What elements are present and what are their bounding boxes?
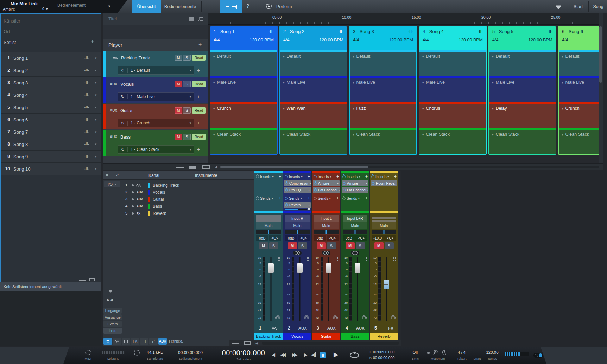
group-icon[interactable] [362, 315, 367, 319]
send-slot[interactable]: Reverb▾ [284, 202, 311, 208]
loop-icon[interactable] [349, 352, 360, 359]
power-icon[interactable] [343, 189, 346, 192]
pan-control[interactable] [256, 230, 281, 234]
collapse-down-icon[interactable] [108, 290, 113, 293]
power-icon[interactable] [314, 189, 317, 192]
power-icon[interactable] [285, 182, 288, 185]
mute-button[interactable]: M [317, 242, 326, 249]
channel-list-row[interactable]: 3AUXGuitar [120, 196, 190, 203]
power-icon[interactable] [342, 175, 346, 178]
options-dots-icon[interactable] [365, 257, 365, 258]
solo-button[interactable]: S [385, 242, 394, 249]
lane-backing-track[interactable]: ▾Default [489, 50, 556, 76]
solo-button[interactable]: S [183, 107, 191, 114]
monitor-toggle[interactable] [533, 353, 543, 358]
power-icon[interactable] [256, 197, 259, 200]
song-column-6[interactable]: 6 - Song 6-II- 4/4120.00 BPM ▾Default ▾M… [558, 26, 603, 155]
input-select[interactable]: Input L+R [343, 215, 367, 222]
preset-dropdown[interactable]: ↻ 1 - Crunch ▼ [118, 119, 194, 127]
vertical-scrollbar[interactable] [599, 13, 603, 163]
power-icon[interactable] [314, 182, 317, 185]
power-icon[interactable] [371, 175, 374, 178]
group-icon[interactable] [333, 315, 338, 319]
title-field[interactable]: Titel [103, 13, 208, 25]
key-value[interactable]: - [471, 350, 482, 355]
mute-button[interactable]: M [374, 242, 384, 249]
preset-dropdown[interactable]: ↻ 1 - Male Live ▼ [118, 92, 194, 101]
inserts-header[interactable]: Inserts▾+ [370, 173, 398, 180]
gain-value[interactable]: 0dB [256, 235, 268, 241]
zoom-fit-icon[interactable] [189, 166, 196, 169]
chevron-down-icon[interactable]: ▼ [94, 118, 97, 121]
lane-guitar[interactable]: ▾Crunch [559, 102, 603, 128]
start-button[interactable]: Start [569, 0, 587, 13]
send-fader-icon[interactable] [308, 208, 310, 210]
song-column-3[interactable]: 3 - Song 3-II- 4/4120.00 BPM ▾Default ▾M… [349, 26, 417, 155]
channel-fader[interactable]: 1050-6-12-24-36-48-72 [255, 256, 282, 324]
power-icon[interactable] [285, 197, 288, 200]
inserts-header[interactable]: Inserts▾+ [312, 173, 340, 180]
fx-filter-button[interactable]: FX [131, 338, 139, 345]
sends-header[interactable]: Sends▾+ [254, 195, 283, 202]
add-song-button[interactable]: + [91, 38, 94, 45]
tab-controls[interactable]: Bedienelemente [161, 0, 200, 13]
power-icon[interactable] [285, 189, 288, 192]
channel-fader[interactable]: 1050-6-12-24-36-48-72 [342, 256, 368, 324]
channel-list-row[interactable]: 1Backing Track [120, 182, 190, 189]
lane-guitar[interactable]: ▾Fuzz [350, 102, 416, 128]
setup-wrench-icon[interactable] [433, 350, 438, 355]
solo-button[interactable]: S [269, 242, 278, 249]
gain-value[interactable]: -10.0 [372, 235, 384, 241]
chevron-down-icon[interactable]: ▼ [94, 130, 97, 134]
input-select[interactable] [256, 215, 281, 222]
setlist-time-value[interactable]: 00:00:00.000 [171, 350, 210, 355]
loop-start-value[interactable]: 00:00:00.000 [373, 350, 407, 354]
io-dropdown[interactable]: I/O▼ [104, 181, 120, 187]
midi-icon[interactable] [85, 350, 91, 355]
waveform-filter-button[interactable] [113, 338, 121, 345]
setlist-row[interactable]: 10Song 10-II-▼ [1, 163, 101, 175]
player-track-bass[interactable]: AUX Bass M S Read ↻ 1 - Clean Stack ▼ + [103, 130, 208, 156]
group-icon[interactable] [304, 315, 309, 319]
output-select[interactable]: Main [314, 222, 339, 229]
refresh-icon[interactable]: ↻ [118, 94, 128, 99]
song-button[interactable]: Song [590, 0, 607, 13]
fader-handle[interactable] [384, 280, 389, 289]
mono-stereo-toggle[interactable] [322, 251, 330, 255]
return-to-start-icon[interactable]: ◀ [311, 352, 316, 357]
window-icon[interactable] [89, 278, 95, 281]
time-ruler[interactable]: 05:00 10:00 15:00 20:00 25:00 [208, 13, 603, 25]
scrollbar-thumb[interactable] [220, 166, 368, 168]
setlist-row[interactable]: 6Song 6-II-▼ [1, 114, 101, 126]
song-column-5[interactable]: 5 - Song 5-II- 4/4120.00 BPM ▾Default ▾M… [488, 26, 556, 155]
insert-plugin[interactable]: Ampire▾ [313, 180, 340, 186]
song-column-1[interactable]: 1 - Song 1-II- 4/4120.00 BPM ▾Default ▾M… [210, 26, 278, 155]
lane-bass[interactable]: ▾Clean Stack [210, 128, 277, 154]
chevron-down-icon[interactable]: ▼ [94, 81, 97, 84]
lane-bass[interactable]: ▾Clean Stack [350, 128, 416, 154]
insert-plugin[interactable]: Fat Channel▾ [342, 187, 368, 193]
setlist-row[interactable]: 7Song 7-II-▼ [1, 126, 101, 138]
window-icon[interactable] [244, 341, 251, 345]
power-icon[interactable] [372, 182, 375, 185]
pan-value[interactable]: <C> [298, 235, 310, 241]
mute-button[interactable]: M [175, 81, 182, 87]
fast-forward-icon[interactable]: ▶▶ [292, 352, 296, 357]
power-icon[interactable] [314, 175, 317, 178]
pan-value[interactable]: <C> [269, 235, 281, 241]
fader-handle[interactable] [326, 263, 331, 273]
mute-button[interactable]: M [346, 242, 355, 249]
aux-filter-button[interactable]: AUX [158, 338, 167, 345]
pan-control[interactable] [285, 230, 310, 234]
add-preset-button[interactable]: + [197, 68, 200, 73]
player-track-guitar[interactable]: AUX Guitar M S Read ↻ 1 - Crunch ▼ + [103, 104, 208, 129]
setlist-row[interactable]: 8Song 8-II-▼ [1, 138, 101, 151]
goto-markers-button[interactable] [220, 0, 242, 13]
song-header[interactable]: 1 - Song 1-II- 4/4120.00 BPM [210, 26, 277, 50]
song-header[interactable]: 5 - Song 5-II- 4/4120.00 BPM [489, 26, 556, 50]
lane-bass[interactable]: ▾Clean Stack [559, 128, 603, 154]
add-insert-button[interactable]: + [336, 174, 339, 179]
lane-vocals[interactable]: ▾Male Live [419, 76, 486, 102]
scroll-left-icon[interactable]: ◀ [255, 341, 258, 345]
inserts-header[interactable]: Inserts▾+ [254, 173, 283, 180]
